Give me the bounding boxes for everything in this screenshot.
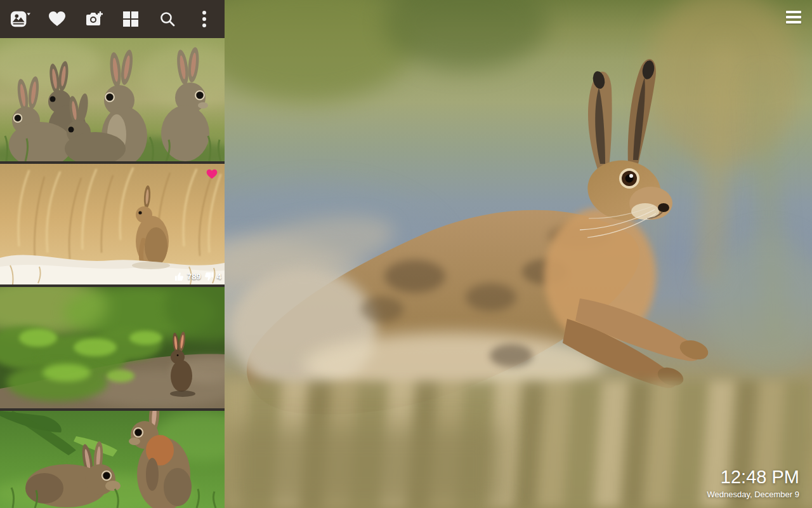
likes-count: 789	[187, 272, 201, 281]
clock-date: Wednesday, December 9	[707, 490, 799, 499]
rabbit-winter-photo	[0, 164, 225, 284]
grid-icon	[122, 11, 139, 27]
rabbit-group-photo	[0, 38, 225, 161]
hamburger-menu-icon[interactable]	[786, 11, 801, 23]
thumbnail-rabbit-group[interactable]	[0, 38, 225, 161]
hamburger-bar	[786, 11, 801, 13]
kebab-menu-icon	[202, 10, 207, 28]
thumbnail-rabbit-dirt-path[interactable]	[0, 284, 225, 408]
heart-icon	[48, 11, 66, 27]
camera-plus-icon	[84, 11, 103, 27]
dislikes-count: 4	[217, 272, 221, 281]
more-options-button[interactable]	[194, 9, 214, 29]
photo-library-icon	[10, 10, 30, 28]
favorite-heart-badge[interactable]	[206, 169, 218, 180]
collections-button[interactable]	[121, 9, 141, 29]
search-button[interactable]	[157, 9, 178, 29]
thumbs-up-icon[interactable]	[174, 272, 184, 281]
search-icon	[159, 11, 176, 27]
sidebar-toolbar	[0, 0, 225, 38]
hamburger-bar	[786, 16, 801, 18]
foreground-ground-blur	[225, 425, 504, 508]
wallpaper-source-button[interactable]	[10, 9, 30, 29]
thumbnail-list: 789 4	[0, 38, 225, 508]
thumbnail-rating: 789 4	[174, 272, 221, 281]
favorites-button[interactable]	[47, 9, 67, 29]
hamburger-bar	[786, 21, 801, 23]
wallpaper-main: 12:48 PM Wednesday, December 9	[225, 0, 812, 508]
clock: 12:48 PM Wednesday, December 9	[707, 467, 799, 499]
thumbnail-rabbit-winter[interactable]: 789 4	[0, 161, 225, 284]
thumbs-down-icon[interactable]	[204, 272, 214, 281]
two-rabbits-photo	[0, 411, 225, 508]
photo-sidebar: 789 4	[0, 0, 225, 508]
clock-time: 12:48 PM	[707, 467, 799, 488]
rabbit-dirt-photo	[0, 287, 225, 408]
thumbnail-two-rabbits[interactable]	[0, 408, 225, 508]
add-photo-button[interactable]	[84, 9, 104, 29]
